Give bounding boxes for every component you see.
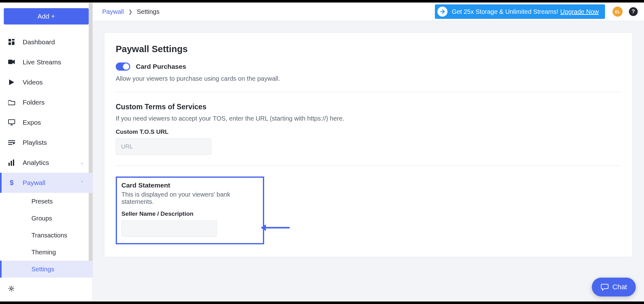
help-icon[interactable]: ? bbox=[629, 7, 638, 16]
card-purchases-desc: Allow your viewers to purchase using car… bbox=[116, 75, 621, 82]
divider bbox=[116, 92, 621, 92]
chat-button[interactable]: Chat bbox=[592, 278, 636, 296]
primary-nav: Dashboard Live Streams Videos Folders bbox=[0, 30, 92, 295]
sidebar-item-label: Analytics bbox=[23, 159, 49, 166]
svg-rect-11 bbox=[8, 163, 10, 166]
svg-text:$: $ bbox=[10, 179, 14, 186]
upgrade-text: Get 25x Storage & Unlimited Streams! bbox=[452, 8, 558, 15]
tos-url-input[interactable] bbox=[116, 138, 211, 155]
sidebar-item-dashboard[interactable]: Dashboard bbox=[0, 32, 92, 52]
tos-desc: If you need viewers to accept your TOS, … bbox=[116, 115, 621, 122]
svg-rect-2 bbox=[12, 41, 14, 45]
upgrade-banner[interactable]: Get 25x Storage & Unlimited Streams! Upg… bbox=[435, 4, 605, 19]
sidebar-sub-theming[interactable]: Theming bbox=[0, 244, 92, 261]
sidebar-item-folders[interactable]: Folders bbox=[0, 92, 92, 112]
statement-desc: This is displayed on your viewers' bank … bbox=[121, 191, 258, 205]
sidebar: Add + Dashboard Live Streams Videos bbox=[0, 3, 93, 301]
sidebar-item-label: Live Streams bbox=[23, 58, 61, 66]
playlist-icon bbox=[8, 139, 15, 146]
chat-icon bbox=[601, 283, 609, 291]
upgrade-cta: Upgrade Now bbox=[560, 8, 599, 15]
divider bbox=[116, 166, 621, 166]
statement-title: Card Statement bbox=[121, 182, 258, 189]
dashboard-icon bbox=[8, 39, 15, 46]
sidebar-item-label: Paywall bbox=[23, 179, 45, 187]
sidebar-item-videos[interactable]: Videos bbox=[0, 72, 92, 92]
sidebar-item-label: Expos bbox=[23, 119, 41, 126]
topbar: Paywall ❯ Settings Get 25x Storage & Unl… bbox=[93, 3, 644, 21]
arrow-right-icon bbox=[437, 7, 447, 17]
sidebar-sub-settings[interactable]: Settings bbox=[0, 261, 92, 278]
play-icon bbox=[8, 79, 15, 86]
sidebar-sub-groups[interactable]: Groups bbox=[0, 210, 92, 227]
svg-rect-13 bbox=[13, 160, 14, 166]
seller-name-input[interactable] bbox=[121, 220, 217, 237]
statement-field-label: Seller Name / Description bbox=[121, 210, 258, 217]
sidebar-item-playlists[interactable]: Playlists bbox=[0, 133, 92, 153]
tos-field-label: Custom T.O.S URL bbox=[116, 128, 621, 135]
svg-rect-5 bbox=[8, 120, 15, 124]
monitor-icon bbox=[8, 119, 15, 126]
settings-card: Paywall Settings Card Purchases Allow yo… bbox=[104, 32, 633, 257]
sidebar-item-expos[interactable]: Expos bbox=[0, 112, 92, 133]
breadcrumb-current: Settings bbox=[137, 8, 159, 15]
chevron-right-icon: ❯ bbox=[128, 9, 132, 15]
sidebar-item-extra[interactable] bbox=[0, 283, 92, 295]
main: Paywall ❯ Settings Get 25x Storage & Unl… bbox=[93, 3, 644, 301]
sidebar-item-paywall[interactable]: $ Paywall ⌃ bbox=[0, 173, 92, 193]
page-title: Paywall Settings bbox=[116, 44, 621, 54]
sidebar-item-live-streams[interactable]: Live Streams bbox=[0, 52, 92, 72]
avatar[interactable]: EL bbox=[613, 7, 623, 17]
svg-rect-4 bbox=[8, 60, 13, 64]
sidebar-item-analytics[interactable]: Analytics ⌄ bbox=[0, 153, 92, 173]
chevron-up-icon: ⌃ bbox=[80, 180, 84, 186]
svg-rect-0 bbox=[8, 39, 11, 41]
svg-rect-1 bbox=[12, 39, 14, 41]
camera-icon bbox=[8, 59, 15, 66]
card-statement-section: Card Statement This is displayed on your… bbox=[116, 176, 264, 244]
chevron-down-icon: ⌄ bbox=[80, 160, 84, 166]
analytics-icon bbox=[8, 159, 15, 166]
sidebar-item-label: Videos bbox=[23, 79, 43, 86]
sidebar-item-label: Playlists bbox=[23, 139, 47, 146]
breadcrumb-parent[interactable]: Paywall bbox=[102, 8, 124, 15]
gear-icon bbox=[8, 285, 15, 292]
sidebar-item-label: Dashboard bbox=[23, 38, 55, 46]
breadcrumb: Paywall ❯ Settings bbox=[102, 8, 159, 15]
dollar-icon: $ bbox=[8, 179, 15, 186]
svg-rect-12 bbox=[11, 161, 12, 166]
svg-rect-3 bbox=[8, 42, 11, 45]
svg-point-15 bbox=[10, 288, 12, 290]
sidebar-sub-transactions[interactable]: Transactions bbox=[0, 227, 92, 244]
folder-icon bbox=[8, 99, 15, 106]
main-body: Paywall Settings Card Purchases Allow yo… bbox=[93, 21, 644, 301]
tos-title: Custom Terms of Services bbox=[116, 103, 621, 111]
add-button[interactable]: Add + bbox=[4, 8, 89, 24]
sidebar-item-label: Folders bbox=[23, 99, 45, 106]
chat-label: Chat bbox=[613, 283, 627, 291]
card-purchases-toggle[interactable] bbox=[116, 62, 130, 71]
card-purchases-label: Card Purchases bbox=[136, 63, 186, 70]
tos-section: Custom Terms of Services If you need vie… bbox=[116, 103, 621, 155]
sidebar-sub-presets[interactable]: Presets bbox=[0, 193, 92, 210]
